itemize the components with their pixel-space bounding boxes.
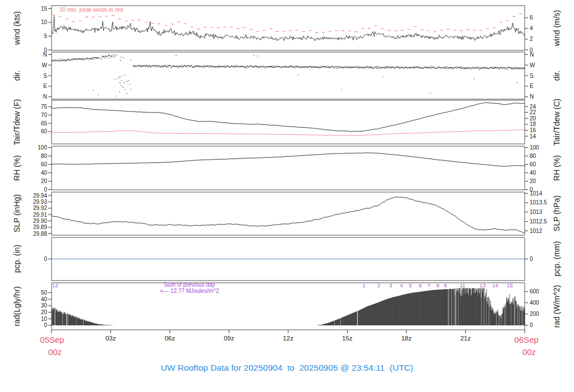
x-tick-label: 21z [460, 335, 471, 342]
svg-text:20: 20 [530, 178, 536, 184]
svg-text:40: 40 [530, 170, 536, 176]
peak-winds-note: 10 min. peak winds in red [59, 7, 123, 13]
svg-text:70: 70 [41, 112, 48, 118]
axis-title-temp-left: Tair/Tdew (F) [12, 99, 21, 145]
svg-text:600: 600 [530, 288, 539, 295]
svg-text:S: S [530, 73, 534, 79]
rad-cum-mark: 7 [428, 282, 430, 288]
x-tick-label: 12z [283, 335, 294, 342]
x-tick-label: 09z [224, 335, 234, 342]
axis-title-rad-right: rad (W/m^2) [552, 285, 561, 328]
rad-cum-mark: 1 [363, 282, 365, 288]
rh-axis-ticks: 002020404060608080100100 [38, 144, 539, 193]
axis-title-slp-right: SLP (hPa) [552, 195, 561, 231]
svg-text:0: 0 [44, 322, 47, 328]
panel-box-slp [52, 192, 525, 235]
svg-text:0: 0 [44, 256, 47, 262]
svg-text:E: E [43, 83, 47, 89]
axis-title-rad-left: rad(Lgly/hr) [12, 286, 21, 326]
rad-cum-mark: 11 [460, 282, 465, 288]
svg-text:30: 30 [41, 302, 48, 309]
axis-title-dir-left: dir. [12, 71, 21, 81]
axis-title-pcp-left: pcp. (in) [12, 245, 21, 273]
rad-cum-mark: 4 [400, 282, 403, 288]
x-axis: 03z06z09z12z15z18z21z [52, 330, 525, 342]
axis-title-wind-left: wind (kts) [12, 11, 21, 45]
svg-text:29.93: 29.93 [33, 199, 47, 205]
svg-text:W: W [530, 62, 535, 68]
svg-text:80: 80 [41, 153, 48, 159]
svg-text:60: 60 [41, 128, 48, 134]
axis-title-temp-right: Tair/Tdew (C) [552, 99, 561, 146]
svg-text:0: 0 [530, 256, 533, 262]
svg-text:29.94: 29.94 [33, 193, 47, 199]
rad-cum-mark: 14 [492, 282, 498, 288]
temp-axis-ticks: 60657075141618202224 [41, 104, 536, 139]
svg-text:20: 20 [41, 178, 48, 184]
tair-line [52, 102, 525, 132]
chart-title: UW Rooftop Data for 20250904 to 20250905… [0, 363, 574, 373]
svg-text:N: N [43, 52, 47, 58]
svg-text:100: 100 [530, 144, 539, 151]
svg-text:60: 60 [41, 161, 48, 167]
axis-title-rh-right: RH (%) [552, 155, 561, 181]
svg-text:E: E [530, 83, 534, 89]
svg-text:10: 10 [41, 316, 48, 322]
axis-title-pcp-right: pcp. (mm) [552, 241, 561, 277]
svg-text:20: 20 [41, 309, 48, 315]
svg-text:0: 0 [530, 322, 533, 328]
svg-text:50: 50 [41, 290, 48, 296]
wind-direction-scatter [52, 55, 525, 96]
svg-text:N: N [530, 94, 534, 100]
svg-text:W: W [42, 62, 48, 68]
rad-sum-note-line2: <--- 12.77 MJoules/m^2 [160, 288, 219, 294]
svg-text:75: 75 [41, 104, 48, 110]
svg-text:N: N [530, 52, 534, 58]
axis-title-slp-left: SLP (inHg) [12, 194, 21, 232]
chart-canvas: 0510150246NNEESSWWNN60657075141618202224… [0, 0, 574, 392]
x-start-hour-label: 00z [48, 347, 62, 357]
svg-text:1012: 1012 [530, 228, 543, 234]
slp-axis-ticks: 29.8829.8929.9029.9129.9229.9329.9410121… [33, 190, 547, 237]
svg-text:2: 2 [530, 36, 533, 42]
svg-text:80: 80 [530, 153, 536, 159]
x-start-date-label: 05Sep [40, 335, 64, 344]
svg-text:29.90: 29.90 [33, 218, 47, 224]
panel-box-dir [52, 52, 525, 99]
x-tick-label: 03z [105, 335, 116, 342]
svg-text:15: 15 [41, 6, 48, 12]
wind-speed-line [52, 16, 525, 41]
tdew-line [52, 130, 525, 136]
svg-text:65: 65 [41, 120, 48, 127]
rad-cum-mark: 12 [52, 282, 58, 288]
svg-text:10: 10 [41, 19, 48, 25]
svg-text:400: 400 [530, 300, 539, 306]
rad-cum-mark: 15 [507, 282, 513, 288]
rad-cum-mark: 6 [419, 282, 422, 288]
svg-text:24: 24 [530, 104, 536, 110]
svg-text:0: 0 [44, 186, 47, 193]
svg-text:1012.5: 1012.5 [530, 218, 547, 225]
wind-peak-dashes [53, 13, 522, 32]
axis-title-rh-left: RH (%) [12, 155, 21, 181]
panel-box-rh [52, 146, 525, 190]
x-tick-label: 15z [342, 335, 353, 342]
axis-title-dir-right: dir. [552, 71, 561, 81]
svg-text:1014: 1014 [530, 190, 543, 197]
rad-cum-mark: 8 [437, 282, 439, 288]
x-tick-label: 18z [401, 335, 412, 342]
x-tick-label: 06z [165, 335, 175, 342]
svg-text:5: 5 [44, 33, 47, 39]
rad-cum-mark: 3 [389, 282, 392, 288]
svg-text:100: 100 [38, 144, 47, 151]
rad-cum-mark: 13 [480, 282, 486, 288]
svg-text:29.92: 29.92 [33, 205, 47, 211]
svg-text:4: 4 [530, 25, 533, 31]
svg-text:S: S [43, 73, 47, 79]
panel-box-temp [52, 100, 525, 144]
svg-text:22: 22 [530, 109, 536, 115]
rh-line [52, 153, 525, 166]
svg-text:29.91: 29.91 [33, 212, 47, 218]
svg-text:20: 20 [530, 115, 536, 122]
rad-cum-mark: 9 [444, 282, 447, 288]
